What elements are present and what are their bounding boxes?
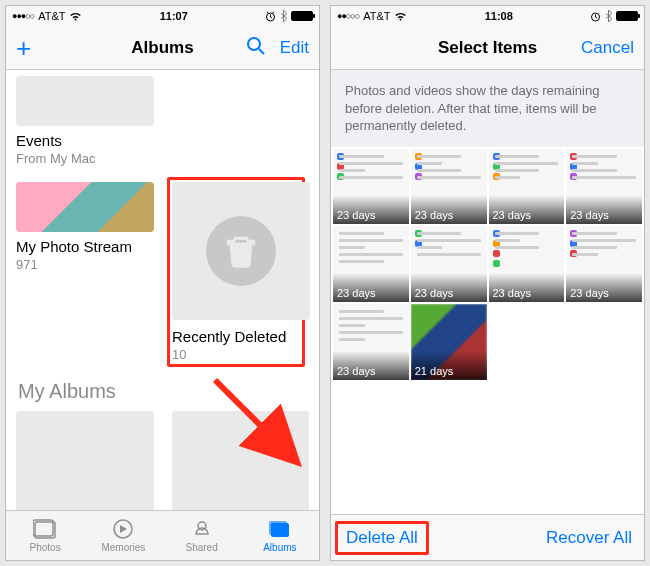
photo-cell[interactable]: 23 days: [489, 226, 565, 302]
bluetooth-icon: [605, 10, 612, 22]
select-content[interactable]: Photos and videos show the days remainin…: [331, 70, 644, 514]
signal-dots-icon: ●●○○○: [337, 11, 359, 21]
tab-label: Memories: [101, 542, 145, 553]
album-events[interactable]: Events From My Mac: [16, 76, 154, 166]
edit-button[interactable]: Edit: [280, 38, 309, 58]
days-badge: 23 days: [411, 273, 487, 302]
tab-memories[interactable]: Memories: [84, 511, 162, 560]
album-thumb: [16, 182, 154, 232]
tab-bar: Photos Memories Shared Albums: [6, 510, 319, 560]
album-placeholder[interactable]: [172, 411, 310, 510]
album-thumb: [172, 182, 310, 320]
status-bar: ●●○○○ AT&T 11:08: [331, 6, 644, 26]
album-title: Recently Deleted: [172, 328, 300, 345]
album-recently-deleted[interactable]: Recently Deleted 10: [167, 177, 305, 367]
days-badge: 23 days: [566, 273, 642, 302]
signal-dots-icon: ●●●○○: [12, 11, 34, 21]
clock-label: 11:07: [82, 10, 265, 22]
alarm-icon: [590, 11, 601, 22]
cancel-button[interactable]: Cancel: [581, 38, 634, 58]
tab-shared[interactable]: Shared: [163, 511, 241, 560]
nav-bar: Select Items Cancel: [331, 26, 644, 70]
photo-cell[interactable]: 23 days: [566, 226, 642, 302]
album-title: Events: [16, 132, 154, 149]
recover-all-button[interactable]: Recover All: [546, 528, 632, 548]
album-thumb: [16, 76, 154, 126]
photo-cell[interactable]: 23 days: [566, 149, 642, 225]
album-photo-stream[interactable]: My Photo Stream 971: [16, 182, 154, 362]
svg-rect-6: [269, 521, 287, 535]
photo-cell[interactable]: 23 days: [333, 304, 409, 380]
bottom-toolbar: Delete All Recover All: [331, 514, 644, 560]
phone-select-items: ●●○○○ AT&T 11:08 Select Items Cancel Pho…: [330, 5, 645, 561]
delete-all-button[interactable]: Delete All: [343, 525, 421, 551]
bluetooth-icon: [280, 10, 287, 22]
album-subtitle: 971: [16, 257, 154, 272]
svg-point-1: [248, 38, 260, 50]
album-subtitle: From My Mac: [16, 151, 154, 166]
battery-icon: [616, 11, 638, 21]
clock-label: 11:08: [407, 10, 590, 22]
info-banner: Photos and videos show the days remainin…: [331, 70, 644, 147]
tab-photos[interactable]: Photos: [6, 511, 84, 560]
days-badge: 21 days: [411, 351, 487, 380]
trash-icon: [206, 216, 276, 286]
days-badge: 23 days: [489, 195, 565, 224]
albums-content[interactable]: Events From My Mac My Photo Stream 971 R…: [6, 70, 319, 510]
photo-cell[interactable]: 23 days: [411, 149, 487, 225]
add-album-button[interactable]: +: [16, 35, 31, 61]
photo-cell[interactable]: 21 days: [411, 304, 487, 380]
days-badge: 23 days: [333, 273, 409, 302]
search-button[interactable]: [246, 36, 266, 60]
photo-cell[interactable]: 23 days: [411, 226, 487, 302]
nav-bar: + Albums Edit: [6, 26, 319, 70]
status-bar: ●●●○○ AT&T 11:07: [6, 6, 319, 26]
photo-cell[interactable]: 23 days: [333, 226, 409, 302]
days-badge: 23 days: [333, 351, 409, 380]
photo-cell[interactable]: 23 days: [333, 149, 409, 225]
tab-label: Shared: [186, 542, 218, 553]
wifi-icon: [394, 11, 407, 21]
album-placeholder[interactable]: [16, 411, 154, 510]
days-badge: 23 days: [411, 195, 487, 224]
photo-cell[interactable]: 23 days: [489, 149, 565, 225]
carrier-label: AT&T: [363, 10, 390, 22]
days-badge: 23 days: [566, 195, 642, 224]
tab-label: Albums: [263, 542, 296, 553]
tab-label: Photos: [30, 542, 61, 553]
my-albums-row: [6, 411, 319, 510]
tab-albums[interactable]: Albums: [241, 511, 319, 560]
section-my-albums: My Albums: [6, 362, 319, 411]
photo-grid: 23 days 23 days 23 days 23 days 23 days …: [331, 147, 644, 382]
days-badge: 23 days: [333, 195, 409, 224]
alarm-icon: [265, 11, 276, 22]
carrier-label: AT&T: [38, 10, 65, 22]
album-subtitle: 10: [172, 347, 300, 362]
battery-icon: [291, 11, 313, 21]
days-badge: 23 days: [489, 273, 565, 302]
album-title: My Photo Stream: [16, 238, 154, 255]
wifi-icon: [69, 11, 82, 21]
phone-albums: ●●●○○ AT&T 11:07 + Albums Edit: [5, 5, 320, 561]
